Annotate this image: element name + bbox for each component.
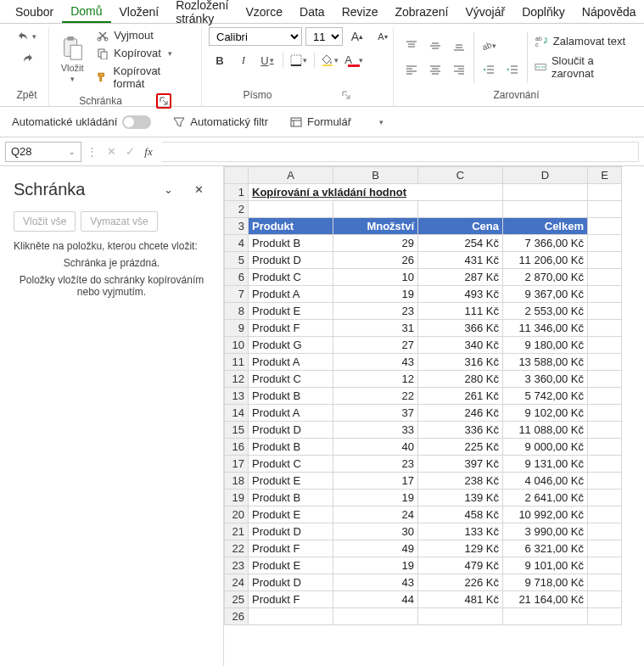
cell[interactable]: 2 641,00 Kč (503, 490, 588, 506)
row-header[interactable]: 4 (225, 235, 249, 252)
row-header[interactable]: 16 (225, 439, 249, 456)
insert-function-button[interactable]: fx (140, 143, 157, 160)
cell[interactable] (588, 354, 622, 371)
cell[interactable]: 11 088,00 Kč (503, 422, 588, 439)
cell[interactable]: 23 (333, 303, 418, 320)
cell[interactable]: 11 206,00 Kč (503, 252, 588, 269)
cell[interactable]: 49 (333, 540, 418, 557)
select-all-corner[interactable] (225, 167, 249, 184)
cell[interactable] (588, 473, 622, 490)
copy-button[interactable]: Kopírovat▾ (93, 45, 194, 61)
cell[interactable] (588, 320, 622, 337)
cell[interactable]: 17 (333, 473, 418, 490)
italic-button[interactable]: I (232, 51, 255, 70)
cell[interactable]: 493 Kč (418, 286, 503, 303)
cell[interactable]: 26 (333, 252, 418, 269)
menu-zobrazení[interactable]: Zobrazení (386, 2, 456, 22)
cell[interactable]: 9 367,00 Kč (503, 286, 588, 303)
cell[interactable]: Produkt C (249, 456, 333, 473)
form-button[interactable]: Formulář (287, 114, 355, 130)
row-header[interactable]: 21 (225, 523, 249, 540)
row-header[interactable]: 18 (225, 473, 249, 490)
cell[interactable]: 19 (333, 557, 418, 574)
menu-data[interactable]: Data (291, 2, 333, 22)
cell[interactable]: Produkt D (249, 422, 333, 439)
row-header[interactable]: 6 (225, 269, 249, 286)
cell[interactable]: 29 (333, 235, 418, 252)
cell[interactable] (503, 201, 588, 218)
cell[interactable] (588, 252, 622, 269)
menu-vývojář[interactable]: Vývojář (456, 2, 513, 22)
cell[interactable]: Produkt B (249, 439, 333, 456)
cell[interactable]: 3 360,00 Kč (503, 371, 588, 388)
pane-close-button[interactable]: ✕ (188, 181, 210, 199)
cell[interactable] (588, 286, 622, 303)
cell[interactable] (588, 574, 622, 591)
cell[interactable]: Produkt F (249, 591, 333, 608)
bold-button[interactable]: B (209, 51, 231, 70)
cell[interactable]: 254 Kč (418, 235, 503, 252)
row-header[interactable]: 14 (225, 405, 249, 422)
col-header-A[interactable]: A (249, 167, 333, 184)
cell[interactable]: 238 Kč (418, 473, 503, 490)
cell[interactable]: 4 046,00 Kč (503, 473, 588, 490)
cell[interactable] (588, 303, 622, 320)
col-header-B[interactable]: B (333, 167, 418, 184)
row-header[interactable]: 3 (225, 218, 249, 235)
cell[interactable]: 13 588,00 Kč (503, 354, 588, 371)
autosave-toggle[interactable]: Automatické ukládání (8, 114, 154, 131)
cell[interactable]: 2 553,00 Kč (503, 303, 588, 320)
cell[interactable]: 19 (333, 286, 418, 303)
cell[interactable]: Produkt F (249, 320, 333, 337)
increase-font-button[interactable]: A▴ (346, 27, 368, 46)
cell[interactable]: 397 Kč (418, 456, 503, 473)
cell[interactable] (333, 608, 418, 625)
cell[interactable]: 6 321,00 Kč (503, 540, 588, 557)
row-header[interactable]: 20 (225, 506, 249, 523)
cell[interactable]: 30 (333, 523, 418, 540)
cell[interactable] (249, 608, 333, 625)
cell[interactable]: Produkt D (249, 523, 333, 540)
cell[interactable] (588, 456, 622, 473)
cell[interactable]: 10 (333, 269, 418, 286)
cell[interactable]: Produkt B (249, 388, 333, 405)
menu-domů[interactable]: Domů (62, 1, 110, 23)
cell[interactable] (588, 337, 622, 354)
cell[interactable]: 366 Kč (418, 320, 503, 337)
col-header-E[interactable]: E (588, 167, 622, 184)
row-header[interactable]: 15 (225, 422, 249, 439)
row-header[interactable]: 17 (225, 456, 249, 473)
cut-button[interactable]: Vyjmout (93, 27, 194, 43)
cell[interactable]: Produkt E (249, 473, 333, 490)
cell[interactable]: 111 Kč (418, 303, 503, 320)
row-header[interactable]: 22 (225, 540, 249, 557)
cell[interactable]: Produkt D (249, 574, 333, 591)
row-header[interactable]: 9 (225, 320, 249, 337)
cell[interactable]: Produkt E (249, 557, 333, 574)
align-bottom-button[interactable] (448, 36, 470, 55)
cell[interactable]: 9 101,00 Kč (503, 557, 588, 574)
cell[interactable]: 458 Kč (418, 506, 503, 523)
cell[interactable] (588, 201, 622, 218)
cell[interactable]: 10 992,00 Kč (503, 506, 588, 523)
menu-doplňky[interactable]: Doplňky (513, 2, 574, 22)
pane-options-button[interactable]: ⌄ (157, 181, 179, 199)
cell[interactable]: 33 (333, 422, 418, 439)
cell[interactable]: 9 102,00 Kč (503, 405, 588, 422)
cell[interactable]: 12 (333, 371, 418, 388)
cell[interactable] (588, 388, 622, 405)
redo-button[interactable] (16, 49, 38, 68)
name-box[interactable]: Q28 ⌄ (5, 142, 81, 162)
cell[interactable]: 31 (333, 320, 418, 337)
cell[interactable]: 129 Kč (418, 540, 503, 557)
cell[interactable]: Produkt F (249, 540, 333, 557)
cell[interactable]: Produkt C (249, 269, 333, 286)
cell[interactable]: 133 Kč (418, 523, 503, 540)
cell[interactable]: 431 Kč (418, 252, 503, 269)
spreadsheet[interactable]: ABCDE1Kopírování a vkládání hodnot23Prod… (224, 166, 644, 666)
cell[interactable]: 43 (333, 354, 418, 371)
cell[interactable] (418, 608, 503, 625)
cell[interactable] (588, 422, 622, 439)
cell[interactable]: Produkt B (249, 235, 333, 252)
cell[interactable] (588, 523, 622, 540)
